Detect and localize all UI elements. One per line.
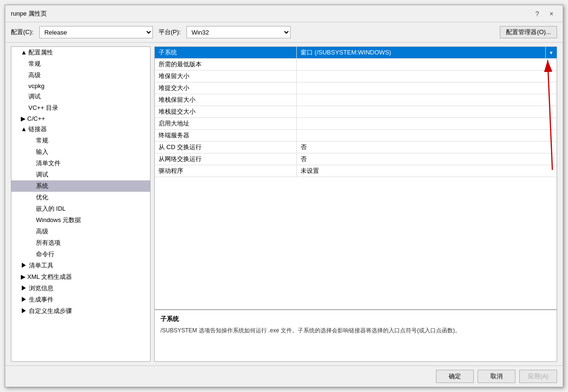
tree-panel: ▲ 配置属性 常规 高级 vcpkg 调试 VC++ 目录 ▶ C/C++ ▲ …: [11, 46, 151, 362]
tree-item[interactable]: 常规: [11, 135, 150, 146]
prop-name: 堆栈提交大小: [155, 106, 297, 117]
prop-name: 堆栈保留大小: [155, 94, 297, 106]
prop-value: [297, 130, 557, 141]
prop-name: 堆提交大小: [155, 82, 297, 94]
prop-row[interactable]: 堆提交大小: [155, 82, 557, 94]
dialog-title: runpe 属性页: [11, 9, 532, 18]
title-bar: runpe 属性页 ? ×: [5, 5, 563, 22]
footer: 确定 取消 应用(A): [5, 365, 563, 387]
prop-dropdown-icon[interactable]: ▼: [545, 47, 557, 58]
prop-row[interactable]: 从网络交换运行 否: [155, 153, 557, 165]
prop-value: 否: [297, 142, 557, 153]
title-controls: ? ×: [532, 8, 557, 19]
tree-root[interactable]: ▲ 配置属性: [11, 47, 150, 58]
config-select[interactable]: Release: [39, 26, 153, 38]
close-button[interactable]: ×: [546, 8, 557, 19]
tree-item[interactable]: 清单文件: [11, 158, 150, 169]
tree-item-custom[interactable]: ▶ 自定义生成步骤: [11, 305, 150, 317]
prop-name: 子系统: [155, 47, 297, 58]
dialog: runpe 属性页 ? × 配置(C): Release 平台(P): Win3…: [5, 5, 563, 387]
prop-row[interactable]: 堆栈保留大小: [155, 94, 557, 106]
tree-item[interactable]: Windows 元数据: [11, 214, 150, 226]
help-button[interactable]: ?: [532, 8, 543, 19]
prop-value: 窗口 (/SUBSYSTEM:WINDOWS): [297, 47, 545, 58]
tree-item[interactable]: 调试: [11, 91, 150, 102]
prop-name: 从网络交换运行: [155, 153, 297, 165]
tree-item[interactable]: 命令行: [11, 249, 150, 260]
tree-item[interactable]: 调试: [11, 169, 150, 180]
tree-item[interactable]: 高级: [11, 70, 150, 81]
prop-row[interactable]: 所需的最低版本: [155, 59, 557, 71]
tree-item-linker[interactable]: ▲ 链接器: [11, 124, 150, 135]
tree-item[interactable]: 常规: [11, 58, 150, 70]
prop-name: 堆保留大小: [155, 71, 297, 82]
right-panel: 子系统 窗口 (/SUBSYSTEM:WINDOWS) ▼ 所需的最低版本 堆保…: [154, 46, 557, 362]
prop-row[interactable]: 从 CD 交换运行 否: [155, 142, 557, 153]
tree-item-cpp[interactable]: ▶ C/C++: [11, 114, 150, 124]
prop-row[interactable]: 堆保留大小: [155, 71, 557, 82]
prop-name: 启用大地址: [155, 118, 297, 129]
tree-item-manifest[interactable]: ▶ 清单工具: [11, 260, 150, 271]
platform-label: 平台(P):: [159, 28, 181, 36]
tree-item[interactable]: 高级: [11, 226, 150, 237]
tree-item[interactable]: 输入: [11, 146, 150, 158]
property-table: 子系统 窗口 (/SUBSYSTEM:WINDOWS) ▼ 所需的最低版本 堆保…: [155, 47, 557, 309]
tree-item-system[interactable]: 系统: [11, 180, 150, 192]
prop-value: [297, 82, 557, 94]
prop-name: 所需的最低版本: [155, 59, 297, 70]
prop-value: [297, 59, 557, 70]
prop-value: [297, 118, 557, 129]
tree-item[interactable]: vcpkg: [11, 81, 150, 91]
prop-name: 从 CD 交换运行: [155, 142, 297, 153]
tree-item-build-events[interactable]: ▶ 生成事件: [11, 294, 150, 305]
prop-value: [297, 94, 557, 106]
tree-item-xml[interactable]: ▶ XML 文档生成器: [11, 271, 150, 283]
tree-item[interactable]: 所有选项: [11, 237, 150, 249]
prop-value: [297, 71, 557, 82]
prop-row[interactable]: 堆栈提交大小: [155, 106, 557, 118]
desc-text: /SUBSYSTEM 选项告知操作系统如何运行 .exe 文件。子系统的选择会影…: [160, 326, 551, 335]
config-bar: 配置(C): Release 平台(P): Win32 配置管理器(O)...: [5, 22, 563, 43]
main-content: ▲ 配置属性 常规 高级 vcpkg 调试 VC++ 目录 ▶ C/C++ ▲ …: [5, 43, 563, 365]
apply-button[interactable]: 应用(A): [519, 370, 557, 383]
tree-item[interactable]: 优化: [11, 192, 150, 203]
tree-item-browse[interactable]: ▶ 浏览信息: [11, 283, 150, 294]
prop-value: 否: [297, 153, 557, 165]
prop-row[interactable]: 驱动程序 未设置: [155, 165, 557, 177]
tree-item[interactable]: VC++ 目录: [11, 102, 150, 114]
cancel-button[interactable]: 取消: [478, 370, 515, 383]
description-panel: 子系统 /SUBSYSTEM 选项告知操作系统如何运行 .exe 文件。子系统的…: [155, 309, 557, 361]
prop-name: 驱动程序: [155, 165, 297, 177]
prop-row-subsystem[interactable]: 子系统 窗口 (/SUBSYSTEM:WINDOWS) ▼: [155, 47, 557, 59]
prop-name: 终端服务器: [155, 130, 297, 141]
config-label: 配置(C):: [11, 28, 34, 36]
tree-item[interactable]: 嵌入的 IDL: [11, 203, 150, 214]
prop-value: 未设置: [297, 165, 557, 177]
prop-row[interactable]: 终端服务器: [155, 130, 557, 142]
prop-value: [297, 106, 557, 117]
prop-row[interactable]: 启用大地址: [155, 118, 557, 130]
config-manager-button[interactable]: 配置管理器(O)...: [500, 26, 557, 38]
desc-title: 子系统: [160, 315, 551, 323]
platform-select[interactable]: Win32: [186, 26, 291, 38]
ok-button[interactable]: 确定: [436, 370, 474, 383]
